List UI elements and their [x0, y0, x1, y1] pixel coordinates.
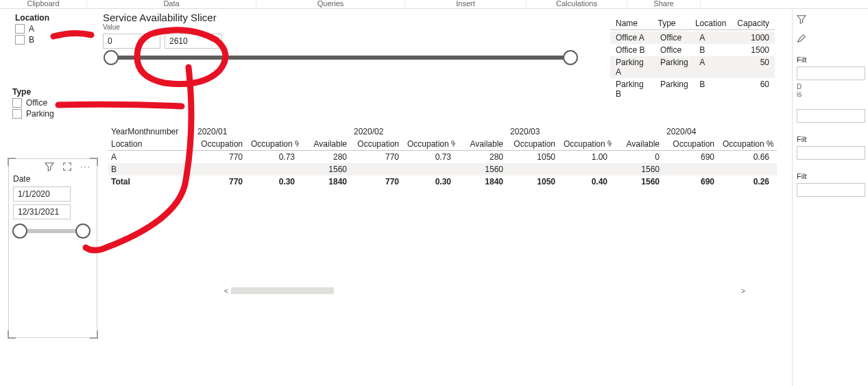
matrix-period: 2020/01 — [195, 125, 230, 138]
ref-header-location: Location — [690, 17, 732, 29]
filter-card[interactable] — [797, 67, 865, 80]
matrix-measure-header: Available — [455, 138, 507, 150]
matrix-visual[interactable]: YearMonthnumber 2020/01 2020/02 2020/03 … — [108, 125, 777, 297]
location-slicer[interactable]: Location A B — [15, 13, 91, 46]
value-min-input[interactable]: 0 — [103, 34, 160, 49]
matrix-row[interactable]: B 1560 1560 1560 — [108, 163, 777, 176]
ref-header-name: Name — [610, 17, 653, 29]
table-row[interactable]: Office B Office B 1500 — [610, 44, 775, 56]
right-pane[interactable]: Filt D is Filt Filt — [792, 9, 868, 386]
matrix-measure-header: Available — [612, 138, 664, 150]
matrix-measure-header: Occupation — [351, 138, 403, 150]
reference-table[interactable]: Name Type Location Capacity Office A Off… — [610, 17, 775, 100]
matrix-measure-header: Occupation % — [247, 138, 299, 150]
type-option-label: Parking — [26, 109, 54, 119]
ref-header-capacity: Capacity — [732, 17, 775, 29]
matrix-measure-header: Occupation % — [719, 138, 773, 150]
filter-condition: is — [797, 91, 864, 98]
type-option-parking[interactable]: Parking — [12, 109, 88, 119]
filters-heading: Filt — [797, 56, 864, 64]
value-slicer-field: Value — [103, 23, 590, 31]
location-option-a[interactable]: A — [15, 24, 91, 34]
type-option-office[interactable]: Office — [12, 98, 88, 108]
matrix-row-total[interactable]: Total 7700.301840 7700.301840 10500.4015… — [108, 176, 777, 188]
matrix-measure-header: Occupation — [507, 138, 559, 150]
value-slider-handle-max[interactable] — [563, 50, 578, 65]
checkbox-icon[interactable] — [15, 24, 25, 34]
table-row[interactable]: Parking B Parking B 60 — [610, 78, 775, 100]
type-option-label: Office — [26, 98, 47, 108]
ribbon-tab-insert[interactable]: Insert — [405, 0, 527, 8]
scroll-right-icon[interactable]: > — [738, 287, 748, 295]
checkbox-icon[interactable] — [12, 109, 22, 119]
table-row[interactable]: Parking A Parking A 50 — [610, 56, 775, 78]
filter-card[interactable] — [797, 109, 865, 123]
type-slicer[interactable]: Type Office Parking — [12, 87, 88, 120]
location-option-b[interactable]: B — [15, 35, 91, 45]
checkbox-icon[interactable] — [12, 98, 22, 108]
location-option-label: B — [29, 35, 34, 45]
type-slicer-title: Type — [12, 87, 88, 97]
date-slider-track[interactable] — [20, 229, 83, 233]
filters-heading: Filt — [797, 172, 864, 180]
value-slider-track[interactable] — [111, 56, 570, 60]
resize-handle-icon[interactable] — [90, 330, 98, 339]
report-canvas[interactable]: Location A B Type Office Parking — [0, 9, 792, 386]
focus-mode-icon[interactable] — [62, 162, 72, 171]
pencil-icon[interactable] — [797, 34, 806, 43]
scroll-thumb[interactable] — [231, 287, 334, 294]
ribbon: Clipboard Data Queries Insert Calculatio… — [0, 0, 868, 9]
date-to-input[interactable]: 12/31/2021 — [13, 204, 71, 219]
matrix-measure-header: Occupation % — [403, 138, 455, 150]
value-slider-handle-min[interactable] — [104, 50, 119, 65]
filter-card[interactable] — [797, 183, 865, 197]
resize-handle-icon[interactable] — [8, 158, 16, 166]
table-row[interactable]: Office A Office A 1000 — [610, 32, 775, 44]
location-option-label: A — [29, 24, 34, 34]
ribbon-tab-share[interactable]: Share — [627, 0, 701, 8]
date-slicer[interactable]: ··· Date 1/1/2020 12/31/2021 — [8, 158, 97, 338]
ribbon-tab-data[interactable]: Data — [87, 0, 256, 8]
matrix-measure-header: Occupation — [195, 138, 247, 150]
scroll-track[interactable] — [231, 287, 738, 295]
filter-icon[interactable] — [797, 14, 806, 24]
resize-handle-icon[interactable] — [8, 330, 16, 339]
matrix-measure-header: Occupation % — [559, 138, 612, 150]
date-from-input[interactable]: 1/1/2020 — [13, 186, 71, 202]
value-slicer[interactable]: Service Availability Slicer Value 0 2610 — [103, 12, 590, 60]
date-slicer-title: Date — [9, 174, 97, 184]
value-slicer-title: Service Availability Slicer — [103, 12, 590, 23]
resize-handle-icon[interactable] — [90, 158, 98, 166]
filters-heading: Filt — [797, 135, 864, 143]
scroll-left-icon[interactable]: < — [221, 287, 231, 295]
matrix-period: 2020/03 — [507, 125, 542, 138]
value-max-input[interactable]: 2610 — [165, 34, 222, 49]
matrix-col-field: Location — [108, 138, 195, 150]
ribbon-tab-queries[interactable]: Queries — [256, 0, 405, 8]
date-slider-handle-min[interactable] — [12, 224, 27, 239]
matrix-period: 2020/04 — [664, 125, 699, 138]
location-slicer-title: Location — [15, 13, 91, 23]
filter-field: D — [797, 83, 864, 91]
matrix-row-field: YearMonthnumber — [108, 125, 195, 138]
ref-table-header: Name Type Location Capacity — [610, 17, 775, 30]
ref-header-type: Type — [653, 17, 690, 29]
filter-icon[interactable] — [45, 162, 54, 171]
ribbon-tab-calculations[interactable]: Calculations — [527, 0, 627, 8]
matrix-period: 2020/02 — [351, 125, 386, 138]
date-slider-handle-max[interactable] — [75, 224, 91, 239]
filter-card[interactable] — [797, 146, 865, 160]
ribbon-tab-clipboard[interactable]: Clipboard — [0, 0, 87, 8]
matrix-measure-header: Occupation — [664, 138, 719, 150]
matrix-h-scrollbar[interactable]: < > — [221, 286, 748, 295]
checkbox-icon[interactable] — [15, 35, 25, 45]
matrix-row[interactable]: A 7700.73280 7700.73280 10501.000 6900.6… — [108, 151, 777, 163]
matrix-measure-header: Available — [299, 138, 351, 150]
